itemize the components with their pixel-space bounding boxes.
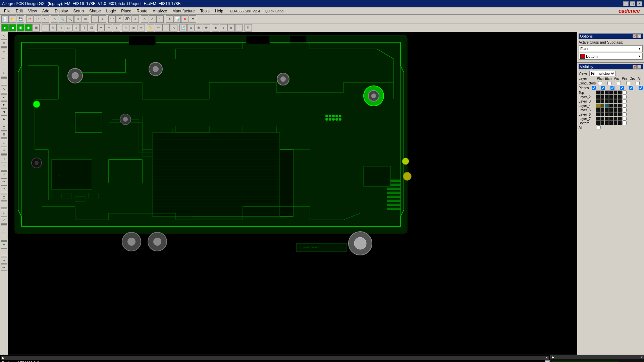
swatch-l5-4[interactable] [609, 108, 613, 112]
left-btn-17[interactable]: ⊸ [1, 156, 7, 162]
left-btn-28[interactable]: ✦ [1, 241, 7, 248]
left-btn-31[interactable]: ⊷ [1, 264, 7, 271]
scroll-up-button[interactable]: ▲ [545, 360, 550, 362]
tb-cut[interactable]: ✂ [26, 15, 34, 23]
tb-save[interactable]: 💾 [17, 15, 24, 23]
tb-check[interactable]: ✓ [149, 15, 156, 23]
menu-analyze[interactable]: Analyze [150, 8, 170, 14]
tb2-13[interactable]: ⊢ [97, 24, 105, 32]
layer-all-check[interactable] [597, 125, 601, 129]
left-btn-7[interactable]: T [1, 78, 7, 85]
tb-route3[interactable]: 3D [124, 15, 131, 23]
swatch-l2-4[interactable] [609, 95, 613, 99]
menu-shape[interactable]: Shape [87, 8, 104, 14]
tb-pointer[interactable]: ↖ [51, 15, 58, 23]
tb2-10[interactable]: ▷ [72, 24, 80, 32]
left-btn-21[interactable]: ⊸ [1, 185, 7, 192]
left-btn-22[interactable]: ⊡ [1, 194, 7, 201]
layer-7-check[interactable] [623, 117, 627, 121]
tb-route2[interactable]: ⊻ [116, 15, 123, 23]
tb2-19[interactable]: 📐 [147, 24, 154, 32]
left-btn-5[interactable]: ⊞ [1, 63, 7, 69]
left-btn-13[interactable]: ⊡ [1, 124, 7, 131]
swatch-l7-1[interactable] [596, 117, 600, 121]
swatch-top-4[interactable] [609, 90, 613, 95]
conductors-plan-check[interactable] [598, 81, 602, 85]
tb2-8[interactable]: ◇ [57, 24, 64, 32]
mini-map-close[interactable]: × [641, 355, 643, 359]
film-select[interactable]: Film: silk:top [589, 71, 615, 76]
tb-zoom-out[interactable]: 🔍 [66, 15, 74, 23]
left-btn-8[interactable]: A [1, 85, 7, 92]
left-btn-27[interactable]: ⊞ [1, 233, 7, 239]
swatch-top-2[interactable] [600, 90, 604, 95]
swatch-l4-3[interactable] [605, 104, 609, 108]
menu-setup[interactable]: Setup [71, 8, 87, 14]
left-btn-9[interactable]: ▼ [1, 94, 7, 101]
swatch-l7-2[interactable] [600, 117, 604, 121]
menu-edit[interactable]: Edit [13, 8, 25, 14]
swatch-l3-3[interactable] [605, 99, 609, 103]
tb-redo[interactable]: ↪ [42, 15, 49, 23]
subclass-dropdown[interactable]: Bottom ▼ [579, 53, 643, 60]
left-btn-3[interactable]: ✏ [1, 49, 7, 55]
left-btn-23[interactable]: ⌇ [1, 201, 7, 208]
swatch-l3-5[interactable] [613, 99, 618, 103]
swatch-l6-4[interactable] [609, 112, 613, 116]
swatch-top-1[interactable] [596, 90, 600, 95]
swatch-l3-1[interactable] [596, 99, 600, 103]
swatch-bot-2[interactable] [600, 121, 604, 125]
menu-add[interactable]: Add [40, 8, 52, 14]
tb-route1[interactable]: 〰 [108, 15, 116, 23]
tb2-9[interactable]: □ [65, 24, 72, 32]
layer-4-check[interactable] [623, 104, 627, 108]
planes-check1[interactable] [592, 86, 596, 90]
conductors-via-check[interactable] [617, 81, 621, 85]
layer-3-check[interactable] [623, 99, 627, 103]
tb2-21[interactable]: ⋯ [162, 24, 170, 32]
swatch-top-6[interactable] [618, 90, 622, 95]
swatch-l6-1[interactable] [596, 112, 600, 116]
left-btn-20[interactable]: ⊷ [1, 178, 7, 185]
tb-grid[interactable]: ⊞ [91, 15, 99, 23]
tb2-7[interactable]: ○ [49, 24, 57, 32]
tb2-31[interactable]: ⍰ [245, 24, 252, 32]
pcb-canvas[interactable]: IC CONNECTOR [8, 32, 577, 355]
options-pin-button[interactable]: 📌 [633, 34, 637, 38]
left-btn-15[interactable]: ⌖ [1, 140, 7, 146]
tb-undo[interactable]: ↩ [34, 15, 41, 23]
mini-map-canvas[interactable] [550, 359, 644, 362]
left-btn-4[interactable]: 〰 [1, 56, 7, 62]
tb-open[interactable]: 📂 [9, 15, 16, 23]
planes-check6[interactable] [639, 86, 643, 90]
class-dropdown[interactable]: Etch ▼ [579, 45, 643, 52]
tb2-14[interactable]: ⊣ [105, 24, 112, 32]
swatch-bot-5[interactable] [613, 121, 618, 125]
tb2-25[interactable]: ⊗ [195, 24, 202, 32]
tb2-28[interactable]: ⋄ [220, 24, 227, 32]
tb2-30[interactable]: ◻ [235, 24, 243, 32]
console-scrollbar[interactable]: ▲ ▼ [545, 360, 550, 362]
tb2-1[interactable]: ▶ [1, 24, 9, 32]
planes-check4[interactable] [620, 86, 624, 90]
layer-5-check[interactable] [623, 108, 627, 112]
swatch-l4-5[interactable] [613, 104, 618, 108]
swatch-l6-5[interactable] [613, 112, 618, 116]
left-btn-10[interactable]: ▶ [1, 101, 7, 108]
swatch-l6-6[interactable] [618, 112, 622, 116]
minimize-button[interactable]: − [623, 1, 629, 6]
menu-manufacture[interactable]: Manufacture [170, 8, 198, 14]
left-btn-14[interactable]: ⊟ [1, 131, 7, 138]
swatch-l7-5[interactable] [613, 117, 618, 121]
planes-check5[interactable] [629, 86, 633, 90]
swatch-l2-6[interactable] [618, 95, 622, 99]
swatch-bot-1[interactable] [596, 121, 600, 125]
swatch-l7-3[interactable] [605, 117, 609, 121]
swatch-l2-3[interactable] [605, 95, 609, 99]
left-btn-6[interactable]: ○ [1, 70, 7, 76]
menu-place[interactable]: Place [118, 8, 134, 14]
layer-bottom-check[interactable] [623, 121, 627, 125]
maximize-button[interactable]: □ [630, 1, 635, 6]
left-btn-2[interactable]: ⊕ [1, 40, 7, 47]
swatch-l5-6[interactable] [618, 108, 622, 112]
